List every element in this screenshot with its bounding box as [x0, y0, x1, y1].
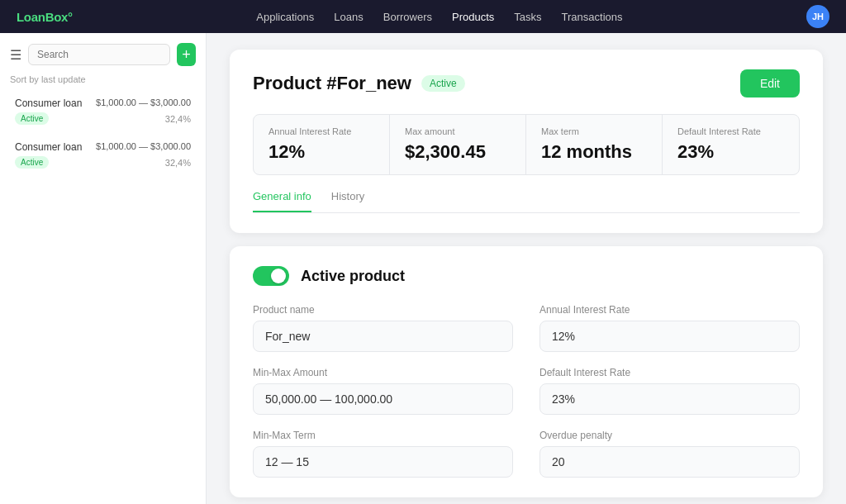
nav-applications[interactable]: Applications	[256, 11, 314, 23]
field-min-max-amount: Min-Max Amount	[253, 367, 513, 415]
field-default-rate: Default Interest Rate	[539, 367, 800, 415]
stat-interest-rate: Annual Interest Rate 12%	[254, 115, 390, 174]
nav-links: Applications Loans Borrowers Products Ta…	[99, 11, 780, 23]
stat-max-term: Max term 12 months	[526, 115, 663, 174]
overdue-penalty-input[interactable]	[539, 446, 800, 478]
stat-label: Annual Interest Rate	[269, 126, 374, 136]
detail-card: Active product Product name Annual Inter…	[230, 246, 823, 497]
sidebar: ☰ + Sort by last update Consumer loan $1…	[0, 33, 207, 504]
status-badge: Active	[15, 156, 49, 169]
nav-products[interactable]: Products	[452, 11, 494, 23]
tab-general-info[interactable]: General info	[253, 190, 311, 212]
annual-rate-input[interactable]	[539, 321, 800, 352]
active-toggle[interactable]	[253, 266, 289, 286]
product-title: Product #For_new	[253, 73, 411, 94]
field-min-max-term: Min-Max Term	[253, 430, 513, 478]
form-grid: Product name Annual Interest Rate Min-Ma…	[253, 304, 800, 478]
product-card: Product #For_new Active Edit Annual Inte…	[230, 50, 823, 233]
search-input[interactable]	[28, 44, 170, 65]
user-avatar[interactable]: JH	[806, 5, 829, 28]
product-name-input[interactable]	[253, 321, 513, 352]
min-max-term-input[interactable]	[253, 446, 513, 478]
tabs: General info History	[253, 190, 800, 213]
nav-tasks[interactable]: Tasks	[514, 11, 541, 23]
stat-value: 12 months	[541, 141, 647, 163]
loan-name: Consumer loan	[15, 97, 82, 109]
stat-label: Default Interest Rate	[677, 126, 784, 136]
loan-rate: 32,4%	[165, 158, 191, 168]
nav-loans[interactable]: Loans	[334, 11, 363, 23]
brand-logo: LoanBox°	[17, 10, 73, 24]
topnav: LoanBox° Applications Loans Borrowers Pr…	[0, 0, 846, 33]
field-label: Default Interest Rate	[539, 367, 800, 378]
loan-range: $1,000.00 — $3,000.00	[96, 141, 191, 153]
add-button[interactable]: +	[177, 43, 196, 66]
sidebar-header: ☰ +	[10, 43, 196, 66]
tab-history[interactable]: History	[331, 190, 364, 212]
stat-value: $2,300.45	[405, 141, 511, 163]
main-layout: ☰ + Sort by last update Consumer loan $1…	[0, 33, 846, 504]
menu-icon[interactable]: ☰	[10, 47, 21, 63]
field-overdue-penalty: Overdue penalty	[539, 430, 800, 478]
list-item[interactable]: Consumer loan $1,000.00 — $3,000.00 Acti…	[10, 91, 196, 131]
stats-row: Annual Interest Rate 12% Max amount $2,3…	[253, 114, 800, 175]
stat-value: 23%	[677, 141, 784, 163]
default-rate-input[interactable]	[539, 383, 800, 415]
nav-borrowers[interactable]: Borrowers	[383, 11, 432, 23]
field-label: Min-Max Term	[253, 430, 513, 441]
loan-rate: 32,4%	[165, 114, 191, 124]
sort-label: Sort by last update	[10, 74, 196, 84]
stat-max-amount: Max amount $2,300.45	[390, 115, 526, 174]
edit-button[interactable]: Edit	[740, 69, 800, 97]
field-label: Min-Max Amount	[253, 367, 513, 378]
active-product-header: Active product	[253, 266, 800, 286]
field-label: Overdue penalty	[539, 430, 800, 441]
field-label: Annual Interest Rate	[539, 304, 800, 316]
product-status-badge: Active	[421, 75, 465, 92]
product-title-area: Product #For_new Active	[253, 73, 465, 94]
list-item[interactable]: Consumer loan $1,000.00 — $3,000.00 Acti…	[10, 135, 196, 175]
stat-value: 12%	[269, 141, 374, 163]
stat-label: Max amount	[405, 126, 511, 136]
loan-name: Consumer loan	[15, 141, 82, 153]
field-annual-rate: Annual Interest Rate	[539, 304, 800, 352]
main-content: Product #For_new Active Edit Annual Inte…	[207, 33, 846, 504]
product-header: Product #For_new Active Edit	[253, 69, 800, 97]
loan-range: $1,000.00 — $3,000.00	[96, 97, 191, 109]
field-label: Product name	[253, 304, 513, 316]
min-max-amount-input[interactable]	[253, 383, 513, 415]
stat-default-rate: Default Interest Rate 23%	[663, 115, 799, 174]
active-product-title: Active product	[301, 268, 405, 285]
status-badge: Active	[15, 112, 49, 125]
stat-label: Max term	[541, 126, 647, 136]
nav-transactions[interactable]: Transactions	[562, 11, 623, 23]
toggle-thumb	[271, 269, 286, 283]
field-product-name: Product name	[253, 304, 513, 352]
